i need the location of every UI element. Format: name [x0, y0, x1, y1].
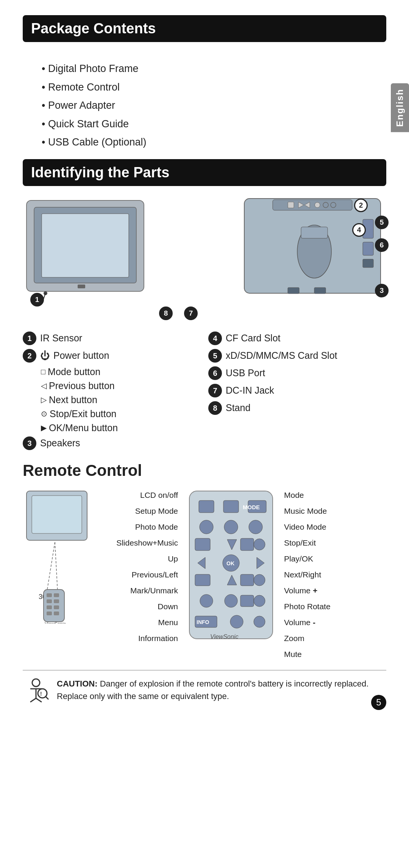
label-next-button: Next button	[49, 394, 97, 405]
label-menu: Menu	[106, 615, 178, 630]
label-photo-mode: Photo Mode	[106, 519, 178, 535]
icon-mode: □	[41, 368, 45, 376]
package-contents-header: Package Contents	[23, 15, 386, 42]
badge-7: 7	[208, 384, 222, 397]
svg-point-41	[200, 520, 213, 534]
package-list: Digital Photo Frame Remote Control Power…	[23, 53, 386, 155]
page-number: 5	[371, 695, 386, 710]
remote-diagram-container: 30° ViewSonic	[23, 487, 386, 662]
parts-header: Identifying the Parts	[23, 159, 386, 186]
legend-sub-mode: □ Mode button	[41, 366, 201, 377]
legend-sub-ok: ▶ OK/Menu button	[41, 422, 201, 433]
language-tab: English	[391, 83, 409, 132]
label-volume-plus: Volume +	[284, 583, 386, 599]
svg-text:OK: OK	[226, 560, 234, 566]
icon-power: ⏻	[40, 349, 50, 362]
callout-6: 6	[375, 238, 389, 252]
svg-point-57	[225, 594, 237, 607]
icon-stop: ⊙	[41, 409, 47, 418]
parts-legend: 1 IR Sensor 2 ⏻ Power button □ Mode butt…	[23, 332, 386, 454]
svg-rect-19	[288, 288, 299, 294]
label-up: Up	[106, 551, 178, 567]
svg-line-68	[30, 698, 36, 702]
svg-rect-30	[54, 599, 59, 603]
svg-rect-33	[47, 612, 52, 615]
svg-rect-29	[47, 599, 52, 603]
remote-labels-right: Mode Music Mode Video Mode Stop/Exit Pla…	[280, 487, 386, 662]
caution-box: ! CAUTION: Danger of explosion if the re…	[23, 670, 386, 706]
svg-rect-18	[363, 259, 373, 267]
legend-sub-previous: ◁ Previous button	[41, 380, 201, 391]
caution-icon: !	[23, 677, 49, 706]
svg-rect-58	[240, 595, 254, 607]
back-diagram: 2 4 5 6 3	[242, 197, 386, 303]
label-zoom: Zoom	[284, 630, 386, 646]
svg-rect-27	[47, 593, 52, 597]
remote-buttons-area: LCD on/off Setup Mode Photo Mode Slidesh…	[106, 487, 386, 662]
svg-rect-38	[223, 500, 239, 513]
legend-item-3: 3 Speakers	[23, 436, 201, 450]
remote-left-area: 30° ViewSonic	[23, 487, 98, 626]
package-item: USB Cable (Optional)	[42, 133, 386, 152]
label-ir-sensor: IR Sensor	[40, 332, 82, 345]
label-ok-button: OK/Menu button	[49, 422, 118, 433]
front-frame-diagram: 1	[23, 197, 151, 303]
label-cf-slot: CF Card Slot	[226, 332, 280, 345]
svg-rect-22	[32, 496, 82, 533]
badge-3: 3	[23, 436, 36, 450]
svg-text:ViewSonic: ViewSonic	[210, 633, 238, 640]
svg-line-71	[45, 696, 48, 699]
svg-point-11	[315, 202, 320, 208]
legend-item-8: 8 Stand	[208, 401, 386, 415]
label-photo-rotate: Photo Rotate	[284, 599, 386, 615]
label-information: Information	[106, 630, 178, 646]
label-mode-button: Mode button	[48, 366, 100, 377]
label-usb-port: USB Port	[226, 366, 265, 380]
legend-right-col: 4 CF Card Slot 5 xD/SD/MMC/MS Card Slot …	[208, 332, 386, 454]
remote-center-graphic: MODE O	[182, 487, 280, 662]
svg-text:ViewSonic: ViewSonic	[45, 621, 66, 624]
svg-rect-7	[273, 200, 352, 210]
callout-7: 7	[184, 307, 198, 320]
svg-rect-54	[240, 574, 254, 586]
label-lcd-onoff: LCD on/off	[106, 487, 178, 503]
callout-5: 5	[375, 216, 389, 229]
badge-1: 1	[23, 332, 36, 345]
legend-item-6: 6 USB Port	[208, 366, 386, 380]
caution-text: CAUTION: Danger of explosion if the remo…	[57, 677, 386, 702]
label-setup-mode: Setup Mode	[106, 503, 178, 519]
svg-rect-20	[314, 288, 326, 294]
svg-text:INFO: INFO	[197, 619, 209, 625]
label-previous-left: Previous/Left	[106, 567, 178, 583]
legend-left-col: 1 IR Sensor 2 ⏻ Power button □ Mode butt…	[23, 332, 201, 454]
label-stop-button: Stop/Exit button	[50, 408, 117, 419]
svg-rect-32	[54, 605, 59, 609]
svg-text:!: !	[40, 691, 42, 697]
label-mode: Mode	[284, 487, 386, 503]
badge-8: 8	[208, 401, 222, 415]
svg-point-59	[254, 595, 265, 607]
badge-6: 6	[208, 366, 222, 380]
badge-5: 5	[208, 349, 222, 363]
legend-item-2: 2 ⏻ Power button	[23, 349, 201, 363]
svg-rect-28	[54, 593, 59, 597]
legend-item-7: 7 DC-IN Jack	[208, 384, 386, 397]
icon-next: ▷	[41, 395, 47, 404]
callout-2: 2	[354, 199, 368, 212]
package-item: Power Adapter	[42, 96, 386, 115]
callout-3: 3	[375, 284, 389, 297]
package-item: Digital Photo Frame	[42, 59, 386, 78]
icon-ok: ▶	[41, 423, 47, 432]
caution-description: Danger of explosion if the remote contro…	[57, 679, 368, 701]
label-stand: Stand	[226, 401, 250, 414]
remote-control-title: Remote Control	[23, 461, 386, 480]
label-down: Down	[106, 599, 178, 615]
svg-rect-52	[195, 574, 210, 586]
remote-labels-left: LCD on/off Setup Mode Photo Mode Slidesh…	[106, 487, 182, 662]
svg-rect-17	[363, 242, 373, 255]
callout-8: 8	[159, 307, 173, 320]
label-speakers: Speakers	[40, 436, 80, 450]
svg-line-69	[36, 698, 42, 702]
svg-rect-8	[288, 202, 294, 208]
badge-4: 4	[208, 332, 222, 345]
